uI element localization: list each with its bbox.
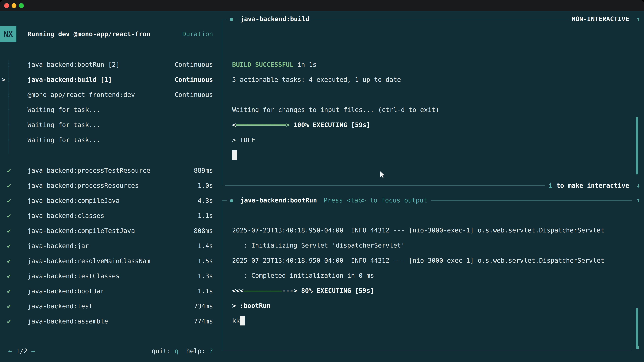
task-row[interactable]: ✔ java-backend:resolveMainClassNam 1.5s: [0, 253, 213, 269]
build-panel-title[interactable]: java-backend:build: [240, 15, 309, 23]
task-row[interactable]: ✔ java-backend:compileJava 4.3s: [0, 193, 213, 208]
panel-border: [222, 200, 222, 351]
check-icon: ✔: [0, 287, 28, 295]
spinner-icon: :: [0, 61, 28, 68]
text-cursor: [232, 150, 237, 160]
task-row-waiting[interactable]: · Waiting for task...: [0, 102, 213, 117]
task-bullet-icon: ●: [230, 197, 233, 203]
titlebar: [0, 0, 644, 11]
terminal-cursor-line: [232, 147, 632, 163]
border-segment: [312, 19, 568, 19]
bootrun-panel-scrollbar[interactable]: [636, 308, 638, 349]
scroll-down-icon[interactable]: ↓: [636, 343, 640, 351]
border-segment: [225, 185, 546, 186]
log-line: : Completed initialization in 0 ms: [232, 268, 632, 283]
quit-label: quit:: [152, 347, 174, 355]
run-command-title: Running dev @mono-app/react-fron: [28, 30, 150, 38]
build-panel-title-row: ● java-backend:build NON-INTERACTIVE: [222, 14, 632, 24]
task-row[interactable]: ✔ java-backend:test 734ms: [0, 299, 213, 314]
check-icon: ✔: [0, 197, 28, 204]
running-task-list: : java-backend:bootRun [2] Continuous > …: [0, 57, 213, 147]
bootrun-panel-footer: [222, 346, 632, 356]
log-line: 2025-07-23T13:40:18.950-04:00 INFO 44312…: [232, 253, 632, 268]
check-icon: ✔: [0, 272, 28, 280]
mouse-pointer-icon: [380, 171, 386, 179]
check-icon: ✔: [0, 242, 28, 250]
non-interactive-badge: NON-INTERACTIVE: [572, 15, 629, 23]
nx-tui: NX Running dev @mono-app/react-fron Dura…: [0, 11, 644, 362]
task-row[interactable]: ✔ java-backend:processTestResource 889ms: [0, 163, 213, 178]
log-line: : Initializing Servlet 'dispatcherServle…: [232, 238, 632, 253]
quit-key[interactable]: q: [174, 347, 178, 355]
text-cursor: [240, 316, 245, 326]
build-output-panel: ● java-backend:build NON-INTERACTIVE BUI…: [222, 14, 632, 190]
terminal-line: Waiting for changes to input files... (c…: [232, 102, 632, 117]
check-icon: ✔: [0, 318, 28, 325]
border-segment: [222, 19, 226, 19]
task-row[interactable]: ✔ java-backend:jar 1.4s: [0, 238, 213, 253]
gradle-progress-bar: <═════════════> 100% EXECUTING [59s]: [232, 117, 632, 132]
check-icon: ✔: [0, 257, 28, 265]
bootrun-panel-title[interactable]: java-backend:bootRun: [240, 197, 317, 204]
task-row[interactable]: ✔ java-backend:compileTestJava 808ms: [0, 223, 213, 238]
spinner-icon: :: [0, 91, 28, 98]
task-row[interactable]: ✔ java-backend:bootJar 1.1s: [0, 284, 213, 299]
check-icon: ✔: [0, 182, 28, 189]
check-icon: ✔: [0, 227, 28, 234]
terminal-line: > IDLE: [232, 132, 632, 147]
task-row[interactable]: : java-backend:bootRun [2] Continuous: [0, 57, 213, 72]
selection-arrow-icon: >: [2, 76, 6, 83]
bootrun-terminal-output: 2025-07-23T13:40:18.950-04:00 INFO 44312…: [222, 205, 632, 328]
pending-dot-icon: ·: [0, 121, 28, 129]
next-page-arrow-icon[interactable]: →: [31, 347, 35, 355]
input-line[interactable]: kk: [232, 313, 632, 328]
task-row[interactable]: ✔ java-backend:assemble 774ms: [0, 314, 213, 329]
task-row[interactable]: ✔ java-backend:testClasses 1.3s: [0, 269, 213, 284]
sidebar-footer: ← 1/2 → quit: q help: ?: [0, 344, 213, 359]
help-key[interactable]: ?: [209, 347, 213, 355]
build-panel-footer: i to make interactive: [222, 181, 632, 190]
prompt-line: > :bootRun: [232, 298, 632, 313]
duration-column-header: Duration: [182, 30, 213, 38]
scroll-up-icon[interactable]: ↑: [636, 196, 640, 204]
panel-border: [222, 19, 222, 186]
focus-output-hint: Press <tab> to focus output: [324, 197, 427, 204]
page-indicator: 1/2: [12, 347, 31, 355]
bootrun-output-panel: ● java-backend:bootRun Press <tab> to fo…: [222, 196, 632, 356]
build-terminal-output: BUILD SUCCESSFUL in 1s 5 actionable task…: [222, 24, 632, 163]
task-row[interactable]: : @mono-app/react-frontend:dev Continuou…: [0, 87, 213, 102]
task-bullet-icon: ●: [230, 16, 233, 22]
task-row-waiting[interactable]: · Waiting for task...: [0, 132, 213, 147]
help-label: help:: [178, 347, 209, 355]
task-row-selected[interactable]: > : java-backend:build [1] Continuous: [0, 72, 213, 87]
gradle-progress-bar: <<<══════════---> 80% EXECUTING [59s]: [232, 283, 632, 298]
nx-logo: NX: [0, 26, 16, 42]
minimize-button[interactable]: [12, 3, 16, 8]
terminal-line: 5 actionable tasks: 4 executed, 1 up-to-…: [232, 72, 632, 87]
sidebar-header: NX Running dev @mono-app/react-fron Dura…: [0, 26, 213, 42]
interactive-hint: i to make interactive: [549, 182, 629, 189]
terminal-window: NX Running dev @mono-app/react-fron Dura…: [0, 0, 644, 362]
close-button[interactable]: [4, 3, 9, 8]
build-panel-scrollbar[interactable]: [636, 117, 638, 174]
zoom-button[interactable]: [19, 3, 24, 8]
completed-task-list: ✔ java-backend:processTestResource 889ms…: [0, 163, 213, 329]
task-row[interactable]: ✔ java-backend:classes 1.1s: [0, 208, 213, 223]
terminal-line: BUILD SUCCESSFUL in 1s: [232, 57, 632, 72]
pending-dot-icon: ·: [0, 106, 28, 113]
terminal-line-blank: [232, 87, 632, 102]
scroll-down-icon[interactable]: ↓: [636, 182, 640, 189]
log-line: 2025-07-23T13:40:18.950-04:00 INFO 44312…: [232, 223, 632, 238]
check-icon: ✔: [0, 303, 28, 310]
task-row-waiting[interactable]: · Waiting for task...: [0, 117, 213, 132]
prev-page-arrow-icon[interactable]: ←: [8, 347, 12, 355]
output-panels: ● java-backend:build NON-INTERACTIVE BUI…: [222, 11, 644, 362]
border-segment: [431, 200, 632, 201]
task-row[interactable]: ✔ java-backend:processResources 1.0s: [0, 178, 213, 193]
border-segment: [222, 351, 632, 351]
check-icon: ✔: [0, 167, 28, 174]
scroll-up-icon[interactable]: ↑: [636, 15, 640, 23]
border-segment: [222, 200, 226, 201]
task-sidebar: NX Running dev @mono-app/react-fron Dura…: [0, 11, 222, 362]
pending-dot-icon: ·: [0, 136, 28, 144]
